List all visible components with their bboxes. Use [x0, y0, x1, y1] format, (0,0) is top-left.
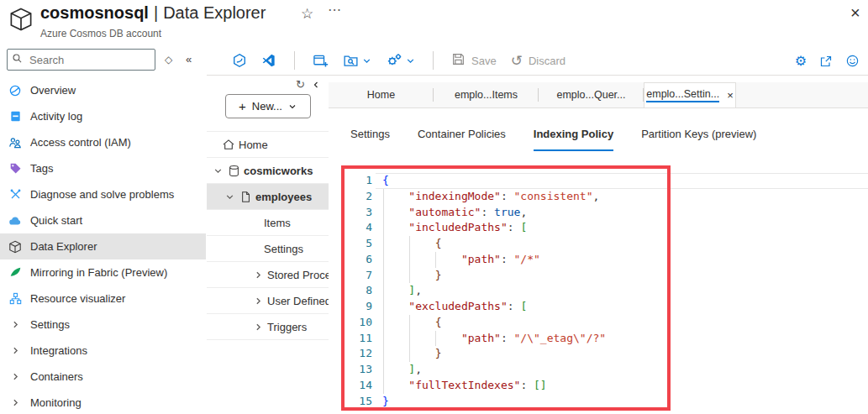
- tab-label: Home: [367, 89, 395, 101]
- tree-item-settings[interactable]: Settings: [207, 236, 329, 262]
- subtab-settings[interactable]: Settings: [350, 128, 390, 151]
- code-line[interactable]: 15}: [329, 394, 868, 410]
- code-line[interactable]: 2 "indexingMode": "consistent",: [329, 189, 868, 205]
- tree-item-label: Settings: [264, 243, 303, 255]
- save-button[interactable]: Save: [451, 52, 497, 69]
- code-line[interactable]: 4 "includedPaths": [: [329, 220, 868, 236]
- vscode-icon[interactable]: [261, 53, 276, 68]
- database-icon: [227, 164, 240, 177]
- chevron-right-icon[interactable]: [252, 322, 264, 332]
- sidebar-item-label: Overview: [30, 84, 76, 97]
- refresh-icon[interactable]: ↻: [296, 78, 305, 91]
- tree-item-stored-procedures[interactable]: Stored Procedures: [207, 262, 329, 288]
- chevron-right-icon[interactable]: [252, 270, 264, 280]
- chevron-right-icon[interactable]: [252, 296, 264, 306]
- tree-item-employees[interactable]: employees: [207, 184, 329, 210]
- settings-gear-icon[interactable]: ⚙: [795, 55, 807, 68]
- subtab-partition-keys-preview[interactable]: Partition Keys (preview): [641, 128, 756, 151]
- code-line[interactable]: 10 {: [329, 315, 868, 331]
- code-line-text: {: [382, 315, 441, 331]
- new-item-window-icon[interactable]: [313, 53, 329, 69]
- tree-item-cosmicworks[interactable]: cosmicworks: [207, 158, 329, 184]
- code-line[interactable]: 13 ],: [329, 362, 868, 378]
- search-icon: [12, 53, 23, 66]
- resviz-icon: [8, 292, 22, 306]
- sidebar-item-mirroring-in-fabric-preview[interactable]: Mirroring in Fabric (Preview): [0, 259, 206, 286]
- copilot-icon[interactable]: [232, 53, 247, 68]
- code-line[interactable]: 5 {: [329, 236, 868, 252]
- diamond-icon[interactable]: ◇: [165, 54, 172, 66]
- code-line[interactable]: 8 ],: [329, 283, 868, 299]
- sidebar-item-resource-visualizer[interactable]: Resource visualizer: [0, 286, 206, 312]
- code-line-text: "fullTextIndexes": []: [382, 378, 547, 394]
- tab-emplo-items[interactable]: emplo...Items: [434, 82, 539, 107]
- code-line[interactable]: 11 "path": "/\"_etag\"/?": [329, 331, 868, 347]
- tab-close-icon[interactable]: ×: [727, 89, 734, 102]
- code-line[interactable]: 9 "excludedPaths": [: [329, 299, 868, 315]
- line-number: 11: [350, 331, 372, 347]
- sidebar-item-data-explorer[interactable]: Data Explorer: [0, 233, 206, 259]
- tab-home[interactable]: Home: [329, 82, 434, 107]
- tab-emplo-settin[interactable]: emplo...Settin...×: [644, 82, 736, 107]
- code-line[interactable]: 7 }: [329, 268, 868, 284]
- chevron-down-icon[interactable]: [212, 166, 224, 176]
- tab-label: emplo...Items: [455, 89, 518, 101]
- new-container-button[interactable]: + New...: [225, 94, 311, 118]
- code-line[interactable]: 12 }: [329, 346, 868, 362]
- code-line-text: "excludedPaths": [: [382, 299, 527, 315]
- code-line[interactable]: 14 "fullTextIndexes": []: [329, 378, 868, 394]
- line-number: 12: [350, 346, 372, 362]
- sidebar-item-containers[interactable]: Containers: [0, 364, 206, 390]
- indexing-policy-editor[interactable]: 1{2 "indexingMode": "consistent",3 "auto…: [329, 160, 868, 414]
- line-number: 10: [350, 315, 372, 331]
- diagnose-icon: [8, 188, 22, 202]
- sidebar-item-monitoring[interactable]: Monitoring: [0, 390, 206, 414]
- tab-emplo-quer[interactable]: emplo...Quer...: [539, 82, 644, 107]
- feedback-smiley-icon[interactable]: [845, 54, 860, 68]
- sidebar-item-label: Quick start: [30, 214, 82, 227]
- quickstart-icon: [8, 214, 22, 228]
- sidebar-item-settings[interactable]: Settings: [0, 312, 206, 338]
- code-line[interactable]: 6 "path": "/*": [329, 252, 868, 268]
- code-line-text: "indexingMode": "consistent",: [382, 189, 599, 205]
- subtab-container-policies[interactable]: Container Policies: [418, 128, 506, 151]
- open-query-folder-icon[interactable]: [343, 53, 371, 69]
- tree-item-home[interactable]: Home: [207, 132, 329, 158]
- doc-icon: [239, 190, 252, 203]
- sidebar-item-access-control-iam[interactable]: Access control (IAM): [0, 129, 206, 155]
- window-titlebar: cosmosnosql|Data Explorer Azure Cosmos D…: [0, 0, 868, 46]
- subtab-indexing-policy[interactable]: Indexing Policy: [534, 128, 613, 151]
- sidebar-search-row: ◇ «: [0, 46, 207, 77]
- account-name: cosmosnosql: [40, 3, 149, 22]
- code-line[interactable]: 1{: [329, 173, 868, 189]
- chevron-left-icon[interactable]: [312, 79, 320, 92]
- sidebar-item-activity-log[interactable]: Activity log: [0, 103, 206, 129]
- code-line-text: }: [382, 394, 389, 410]
- discard-button[interactable]: ↺ Discard: [511, 54, 566, 68]
- code-lines: 1{2 "indexingMode": "consistent",3 "auto…: [329, 173, 868, 409]
- chevron-down-icon: [406, 56, 415, 66]
- sidebar-collapse-icon[interactable]: «: [186, 53, 190, 66]
- open-tabs-bar: Homeemplo...Itemsemplo...Quer...emplo...…: [329, 82, 868, 108]
- chevron-down-icon[interactable]: [224, 192, 235, 202]
- sidebar-item-tags[interactable]: Tags: [0, 155, 206, 181]
- favorite-star-icon[interactable]: ☆: [301, 5, 313, 23]
- sidebar-item-label: Data Explorer: [30, 240, 97, 253]
- tree-item-triggers[interactable]: Triggers: [207, 314, 329, 340]
- more-options-icon[interactable]: ⋯: [328, 2, 341, 18]
- tree-item-items[interactable]: Items: [207, 210, 329, 236]
- code-line[interactable]: 3 "automatic": true,: [329, 205, 868, 221]
- sidebar-item-integrations[interactable]: Integrations: [0, 338, 206, 364]
- open-in-new-icon[interactable]: [819, 55, 833, 68]
- stored-procedure-gears-icon[interactable]: [386, 52, 415, 69]
- search-input[interactable]: [7, 49, 155, 71]
- sidebar-item-diagnose-and-solve-problems[interactable]: Diagnose and solve problems: [0, 181, 206, 207]
- chevright-icon: [8, 370, 22, 384]
- sidebar-item-label: Resource visualizer: [30, 292, 125, 305]
- toolbar-divider: [433, 51, 434, 70]
- main-content: Homeemplo...Itemsemplo...Quer...emplo...…: [329, 76, 868, 414]
- sidebar-item-quick-start[interactable]: Quick start: [0, 207, 206, 233]
- sidebar-item-overview[interactable]: Overview: [0, 77, 206, 103]
- tree-item-user-defined-functions[interactable]: User Defined Functions: [207, 288, 329, 314]
- close-blade-icon[interactable]: ×: [845, 2, 865, 24]
